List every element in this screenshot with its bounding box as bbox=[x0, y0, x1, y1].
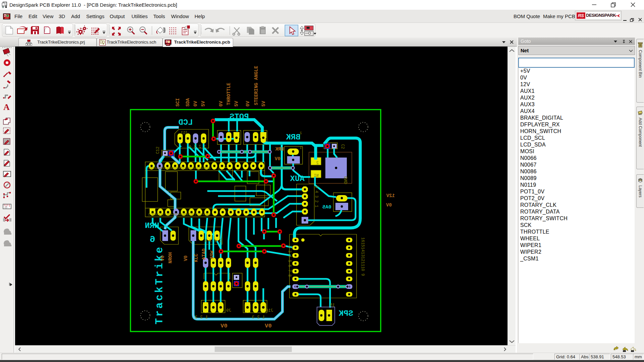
svg-text:0V: 0V bbox=[220, 323, 227, 329]
svg-text:2: 2 bbox=[316, 161, 319, 166]
svg-text:N##8AXBXKABKRHERBKEDHSHARXBHR#: N##8AXBXKABKRHERBKEDHSHARXBHR#B bbox=[148, 167, 211, 170]
svg-text:C2: C2 bbox=[340, 144, 345, 149]
svg-text:POTS: POTS bbox=[229, 112, 249, 121]
svg-text:5V: 5V bbox=[261, 101, 266, 107]
svg-text:1 2 3 4: 1 2 3 4 bbox=[189, 144, 206, 149]
svg-text:ATAD: ATAD bbox=[201, 248, 207, 260]
svg-text:1: 1 bbox=[300, 146, 302, 150]
svg-text:3SW: 3SW bbox=[209, 250, 215, 259]
svg-text:12V: 12V bbox=[386, 193, 395, 198]
svg-text:1 2 3: 1 2 3 bbox=[252, 315, 265, 320]
svg-text:2 3 4 5 6 7 8: 2 3 4 5 6 7 8 bbox=[287, 245, 292, 277]
svg-text:1 2 3: 1 2 3 bbox=[195, 315, 208, 320]
svg-text:HRN: HRN bbox=[145, 221, 159, 230]
svg-text:SDA: SDA bbox=[185, 98, 191, 107]
svg-text:0V: 0V bbox=[386, 202, 392, 208]
svg-text:0V: 0V bbox=[265, 323, 272, 329]
svg-text:0A5: 0A5 bbox=[322, 204, 331, 210]
svg-text:5V: 5V bbox=[234, 101, 239, 107]
svg-text:16151413121110 9: 16151413121110 9 bbox=[360, 237, 365, 276]
svg-text:0V: 0V bbox=[245, 101, 251, 107]
svg-text:KLC: KLC bbox=[194, 253, 199, 262]
svg-text:STEERING ANGLE: STEERING ANGLE bbox=[254, 66, 259, 105]
svg-text:5V: 5V bbox=[201, 101, 206, 107]
svg-text:0V: 0V bbox=[275, 156, 280, 162]
svg-text:BRK: BRK bbox=[275, 146, 284, 152]
svg-text:0V: 0V bbox=[193, 101, 198, 107]
svg-text:A: A bbox=[3, 102, 10, 112]
svg-text:0V: 0V bbox=[218, 101, 224, 107]
svg-text:SPK: SPK bbox=[338, 309, 353, 318]
svg-text:DOBBEVX2S3EA4D5H6GM8D3KI4JP4UB: DOBBEVX2S3EA4D5H6GM8D3KI4JP4UB# bbox=[148, 213, 211, 217]
svg-text:V0: V0 bbox=[183, 255, 189, 261]
svg-text:C12: C12 bbox=[156, 146, 160, 154]
svg-text:J11: J11 bbox=[180, 131, 188, 135]
svg-text:5 4 3 2 1: 5 4 3 2 1 bbox=[314, 186, 319, 207]
svg-text:BRK: BRK bbox=[286, 133, 301, 142]
svg-text:6: 6 bbox=[150, 234, 155, 245]
svg-text:J10: J10 bbox=[266, 308, 273, 313]
svg-text:THROTTLE: THROTTLE bbox=[226, 83, 231, 105]
svg-text:LCD: LCD bbox=[178, 118, 193, 127]
svg-text:V0: V0 bbox=[160, 255, 165, 261]
svg-text:J9: J9 bbox=[226, 308, 231, 313]
svg-text:SCI: SCI bbox=[175, 98, 180, 107]
svg-text:NI: NI bbox=[314, 174, 319, 178]
svg-text:NROH: NROH bbox=[168, 252, 173, 263]
svg-text:12: 12 bbox=[4, 206, 7, 209]
svg-text:15: 15 bbox=[330, 303, 335, 308]
svg-text:2: 2 bbox=[300, 131, 302, 135]
svg-text:GND: GND bbox=[343, 176, 348, 184]
svg-text:1 2 3 4: 1 2 3 4 bbox=[205, 239, 221, 243]
svg-text:AUX: AUX bbox=[290, 174, 305, 183]
